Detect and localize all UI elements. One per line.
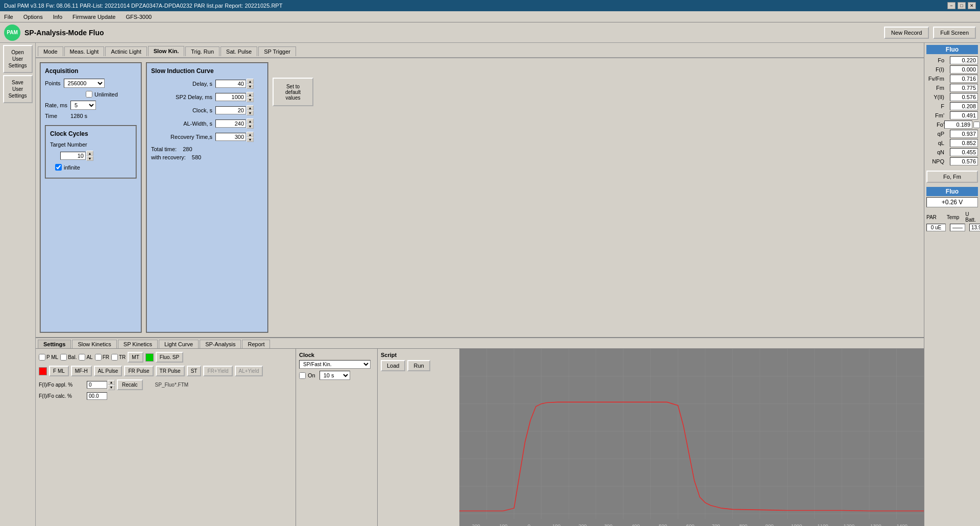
fluo-fop-value[interactable] <box>944 121 972 129</box>
menu-file[interactable]: File <box>2 13 15 21</box>
tab-meas-light[interactable]: Meas. Light <box>64 46 105 56</box>
bottom-tab-slow-kinetics[interactable]: Slow Kinetics <box>72 340 116 348</box>
clock-on-checkbox[interactable] <box>299 372 306 379</box>
run-script-button[interactable]: Run <box>407 360 430 371</box>
tab-sat-pulse[interactable]: Sat. Pulse <box>220 46 257 56</box>
tr-pulse-button[interactable]: TR Pulse <box>156 366 185 376</box>
fluo-f-value[interactable] <box>950 102 978 110</box>
set-default-button[interactable]: Set todefaultvalues <box>273 78 313 106</box>
al-checkbox[interactable] <box>79 354 85 361</box>
recovery-up-button[interactable]: ▲ <box>247 132 254 137</box>
al-width-down-button[interactable]: ▼ <box>247 124 254 129</box>
clock-input[interactable] <box>215 106 246 114</box>
target-up-button[interactable]: ▲ <box>86 151 93 156</box>
fluo-fo-value[interactable] <box>950 56 978 64</box>
open-user-settings-button[interactable]: OpenUserSettings <box>3 45 33 73</box>
points-label: Points <box>45 80 61 86</box>
target-down-button[interactable]: ▼ <box>86 156 93 161</box>
fluo-fmp-value[interactable] <box>950 111 978 119</box>
points-select[interactable]: 256000 <box>64 79 105 88</box>
fr-yield-button[interactable]: FR+Yield <box>203 366 232 376</box>
fluo-fo-label: Fo <box>926 57 944 63</box>
fluo-qn-value[interactable] <box>950 148 978 156</box>
mt-button[interactable]: MT <box>128 352 143 363</box>
menu-gfs[interactable]: GFS-3000 <box>124 13 154 21</box>
mode-label: SP-Analysis-Mode Fluo <box>24 29 104 37</box>
save-user-settings-button[interactable]: SaveUserSettings <box>3 75 33 103</box>
close-button[interactable]: ✕ <box>968 2 976 9</box>
bottom-tab-settings[interactable]: Settings <box>38 340 71 348</box>
al-width-input[interactable] <box>215 119 246 128</box>
fluo-ql-value[interactable] <box>950 139 978 147</box>
fluo-qp-value[interactable] <box>950 130 978 138</box>
clock-time-select[interactable]: 10 s <box>320 371 350 380</box>
bal-checkbox[interactable] <box>60 354 67 361</box>
infinite-checkbox[interactable] <box>55 164 62 171</box>
delay-down-button[interactable]: ▼ <box>247 84 254 89</box>
clock-down-button[interactable]: ▼ <box>247 110 254 115</box>
bottom-tab-report[interactable]: Report <box>242 340 270 348</box>
svg-text:800: 800 <box>739 523 747 526</box>
tab-trig-run[interactable]: Trig. Run <box>185 46 219 56</box>
tr-item: TR <box>111 354 126 361</box>
fullscreen-button[interactable]: Full Screen <box>933 27 976 39</box>
p-ml-checkbox[interactable] <box>39 354 45 361</box>
fluo-yii-value[interactable] <box>950 93 978 101</box>
fluo-fop-checkbox[interactable] <box>973 122 980 128</box>
p-ml-item: P ML <box>39 354 58 361</box>
sp2-delay-up-button[interactable]: ▲ <box>247 92 254 97</box>
target-input[interactable] <box>60 152 86 160</box>
rate-select[interactable]: 5 <box>70 101 96 110</box>
bottom-tab-sp-kinetics[interactable]: SP Kinetics <box>118 340 158 348</box>
tab-sp-trigger[interactable]: SP Trigger <box>258 46 296 56</box>
unlimited-row: Unlimited <box>86 91 137 98</box>
par-value-row <box>926 224 978 231</box>
bottom-tab-light-curve[interactable]: Light Curve <box>159 340 199 348</box>
al-yield-button[interactable]: AL+Yield <box>235 366 263 376</box>
tab-actinic-light[interactable]: Actinic Light <box>105 46 146 56</box>
mf-h-button[interactable]: MF-H <box>71 366 92 376</box>
minimize-button[interactable]: − <box>947 2 955 9</box>
menu-info[interactable]: Info <box>51 13 64 21</box>
f-ml-button[interactable]: F ML <box>49 366 69 376</box>
clock-up-button[interactable]: ▲ <box>247 105 254 110</box>
fo-appl-up-button[interactable]: ▲ <box>108 380 115 385</box>
st-button[interactable]: ST <box>187 366 202 376</box>
fluo-fvfm-value[interactable] <box>950 75 978 83</box>
fo-appl-down-button[interactable]: ▼ <box>108 385 115 390</box>
fluo-fmp-row: Fm' <box>926 111 978 119</box>
fluo-npq-label: NPQ <box>926 158 944 164</box>
al-width-up-button[interactable]: ▲ <box>247 118 254 124</box>
fr-checkbox[interactable] <box>95 354 102 361</box>
fluo-fi-value[interactable] <box>950 65 978 74</box>
maximize-button[interactable]: □ <box>958 2 966 9</box>
recovery-down-button[interactable]: ▼ <box>247 137 254 142</box>
tr-checkbox[interactable] <box>111 354 118 361</box>
fluo-fm-value[interactable] <box>950 84 978 92</box>
fo-appl-input[interactable] <box>87 381 107 389</box>
recalc-button[interactable]: Recalc <box>117 379 143 390</box>
clock-type-select[interactable]: SP/Fast Kin. <box>299 360 371 369</box>
unlimited-checkbox[interactable] <box>86 91 92 98</box>
sp2-delay-down-button[interactable]: ▼ <box>247 97 254 102</box>
script-btn-row: Load Run <box>381 360 456 371</box>
delay-input[interactable] <box>215 80 246 88</box>
fo-fm-button[interactable]: Fo, Fm <box>926 171 978 183</box>
sp2-delay-input[interactable] <box>215 93 246 101</box>
tab-slow-kin[interactable]: Slow Kin. <box>148 46 185 57</box>
al-pulse-button[interactable]: AL Pulse <box>94 366 122 376</box>
new-record-button[interactable]: New Record <box>884 27 929 39</box>
recovery-input[interactable] <box>215 133 246 141</box>
fo-calc-input[interactable] <box>87 392 107 400</box>
bottom-tab-sp-analysis[interactable]: SP-Analysis <box>200 340 241 348</box>
menu-firmware[interactable]: Firmware Update <box>70 13 117 21</box>
fr-pulse-button[interactable]: FR Pulse <box>124 366 153 376</box>
tab-mode[interactable]: Mode <box>38 46 63 56</box>
load-script-button[interactable]: Load <box>381 360 405 371</box>
par-value-input[interactable] <box>926 224 946 231</box>
fluo-sp-button[interactable]: Fluo. SP <box>156 352 183 363</box>
time-label: Time <box>45 113 57 119</box>
fluo-npq-value[interactable] <box>950 157 978 165</box>
delay-up-button[interactable]: ▲ <box>247 79 254 84</box>
menu-options[interactable]: Options <box>21 13 45 21</box>
